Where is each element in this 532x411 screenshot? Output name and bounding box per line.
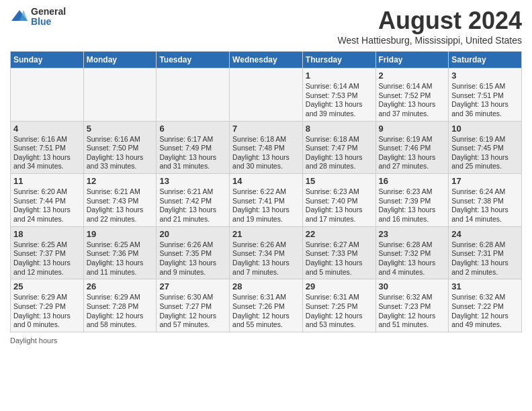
title-area: August 2024 West Hattiesburg, Mississipp… xyxy=(338,7,522,46)
day-number: 22 xyxy=(306,229,373,239)
day-info: Sunrise: 6:17 AM Sunset: 7:49 PM Dayligh… xyxy=(159,135,226,172)
calendar-cell: 13Sunrise: 6:21 AM Sunset: 7:42 PM Dayli… xyxy=(157,174,230,227)
logo-blue-text: Blue xyxy=(31,17,66,27)
calendar-cell: 8Sunrise: 6:18 AM Sunset: 7:47 PM Daylig… xyxy=(302,121,375,174)
day-info: Sunrise: 6:26 AM Sunset: 7:34 PM Dayligh… xyxy=(232,240,300,277)
day-header-sunday: Sunday xyxy=(11,52,84,68)
calendar-cell: 16Sunrise: 6:23 AM Sunset: 7:39 PM Dayli… xyxy=(375,174,449,227)
day-info: Sunrise: 6:22 AM Sunset: 7:41 PM Dayligh… xyxy=(232,187,300,224)
day-number: 27 xyxy=(159,281,226,291)
day-number: 7 xyxy=(232,124,300,134)
day-info: Sunrise: 6:26 AM Sunset: 7:35 PM Dayligh… xyxy=(159,240,226,277)
calendar-cell: 22Sunrise: 6:27 AM Sunset: 7:33 PM Dayli… xyxy=(302,226,375,279)
calendar-cell: 23Sunrise: 6:28 AM Sunset: 7:32 PM Dayli… xyxy=(375,226,449,279)
calendar-cell: 4Sunrise: 6:16 AM Sunset: 7:51 PM Daylig… xyxy=(11,121,84,174)
calendar-cell: 6Sunrise: 6:17 AM Sunset: 7:49 PM Daylig… xyxy=(157,121,230,174)
day-info: Sunrise: 6:15 AM Sunset: 7:51 PM Dayligh… xyxy=(451,82,519,119)
calendar-cell: 5Sunrise: 6:16 AM Sunset: 7:50 PM Daylig… xyxy=(83,121,157,174)
day-number: 6 xyxy=(159,124,226,134)
calendar-week-row: 25Sunrise: 6:29 AM Sunset: 7:29 PM Dayli… xyxy=(11,279,522,332)
day-number: 29 xyxy=(306,281,373,291)
day-number: 17 xyxy=(451,176,519,186)
day-number: 13 xyxy=(159,176,226,186)
day-number: 18 xyxy=(13,229,81,239)
calendar-cell: 27Sunrise: 6:30 AM Sunset: 7:27 PM Dayli… xyxy=(157,279,230,332)
day-info: Sunrise: 6:28 AM Sunset: 7:31 PM Dayligh… xyxy=(451,240,519,277)
calendar-cell: 28Sunrise: 6:31 AM Sunset: 7:26 PM Dayli… xyxy=(230,279,303,332)
calendar-cell: 26Sunrise: 6:29 AM Sunset: 7:28 PM Dayli… xyxy=(83,279,157,332)
day-number: 1 xyxy=(306,71,373,81)
day-info: Sunrise: 6:14 AM Sunset: 7:53 PM Dayligh… xyxy=(306,82,373,119)
day-info: Sunrise: 6:30 AM Sunset: 7:27 PM Dayligh… xyxy=(159,293,226,330)
day-number: 5 xyxy=(87,124,154,134)
day-info: Sunrise: 6:27 AM Sunset: 7:33 PM Dayligh… xyxy=(306,240,373,277)
calendar-cell xyxy=(11,68,84,122)
location-text: West Hattiesburg, Mississippi, United St… xyxy=(338,35,522,46)
day-info: Sunrise: 6:29 AM Sunset: 7:28 PM Dayligh… xyxy=(87,293,154,330)
calendar-cell: 25Sunrise: 6:29 AM Sunset: 7:29 PM Dayli… xyxy=(11,279,84,332)
calendar-cell: 31Sunrise: 6:32 AM Sunset: 7:22 PM Dayli… xyxy=(449,279,522,332)
day-header-thursday: Thursday xyxy=(302,52,375,68)
day-number: 9 xyxy=(379,124,446,134)
calendar-cell xyxy=(157,68,230,122)
day-number: 12 xyxy=(87,176,154,186)
calendar-cell: 7Sunrise: 6:18 AM Sunset: 7:48 PM Daylig… xyxy=(230,121,303,174)
day-info: Sunrise: 6:23 AM Sunset: 7:39 PM Dayligh… xyxy=(379,187,446,224)
calendar-cell: 20Sunrise: 6:26 AM Sunset: 7:35 PM Dayli… xyxy=(157,226,230,279)
day-info: Sunrise: 6:25 AM Sunset: 7:37 PM Dayligh… xyxy=(13,240,81,277)
day-info: Sunrise: 6:21 AM Sunset: 7:42 PM Dayligh… xyxy=(159,187,226,224)
footer: Daylight hours xyxy=(10,336,522,345)
day-number: 3 xyxy=(451,71,519,81)
calendar-cell: 1Sunrise: 6:14 AM Sunset: 7:53 PM Daylig… xyxy=(302,68,375,122)
logo: General Blue xyxy=(10,7,66,28)
calendar-cell: 3Sunrise: 6:15 AM Sunset: 7:51 PM Daylig… xyxy=(449,68,522,122)
day-info: Sunrise: 6:32 AM Sunset: 7:23 PM Dayligh… xyxy=(379,293,446,330)
calendar-cell: 14Sunrise: 6:22 AM Sunset: 7:41 PM Dayli… xyxy=(230,174,303,227)
day-number: 28 xyxy=(232,281,300,291)
logo-icon xyxy=(10,7,29,26)
day-number: 8 xyxy=(306,124,373,134)
page-header: General Blue August 2024 West Hattiesbur… xyxy=(10,7,522,46)
day-number: 26 xyxy=(87,281,154,291)
day-info: Sunrise: 6:23 AM Sunset: 7:40 PM Dayligh… xyxy=(306,187,373,224)
day-info: Sunrise: 6:31 AM Sunset: 7:25 PM Dayligh… xyxy=(306,293,373,330)
day-info: Sunrise: 6:19 AM Sunset: 7:46 PM Dayligh… xyxy=(379,135,446,172)
day-number: 25 xyxy=(13,281,81,291)
day-number: 14 xyxy=(232,176,300,186)
day-header-wednesday: Wednesday xyxy=(230,52,303,68)
day-number: 30 xyxy=(379,281,446,291)
calendar-cell: 15Sunrise: 6:23 AM Sunset: 7:40 PM Dayli… xyxy=(302,174,375,227)
month-title: August 2024 xyxy=(338,7,522,35)
calendar-cell: 12Sunrise: 6:21 AM Sunset: 7:43 PM Dayli… xyxy=(83,174,157,227)
day-number: 23 xyxy=(379,229,446,239)
day-number: 11 xyxy=(13,176,81,186)
day-info: Sunrise: 6:20 AM Sunset: 7:44 PM Dayligh… xyxy=(13,187,81,224)
day-info: Sunrise: 6:32 AM Sunset: 7:22 PM Dayligh… xyxy=(451,293,519,330)
day-info: Sunrise: 6:14 AM Sunset: 7:52 PM Dayligh… xyxy=(379,82,446,119)
day-info: Sunrise: 6:24 AM Sunset: 7:38 PM Dayligh… xyxy=(451,187,519,224)
calendar-cell xyxy=(83,68,157,122)
calendar-week-row: 18Sunrise: 6:25 AM Sunset: 7:37 PM Dayli… xyxy=(11,226,522,279)
logo-text: General Blue xyxy=(31,7,66,28)
calendar-week-row: 4Sunrise: 6:16 AM Sunset: 7:51 PM Daylig… xyxy=(11,121,522,174)
calendar-week-row: 1Sunrise: 6:14 AM Sunset: 7:53 PM Daylig… xyxy=(11,68,522,122)
day-number: 21 xyxy=(232,229,300,239)
day-info: Sunrise: 6:16 AM Sunset: 7:50 PM Dayligh… xyxy=(87,135,154,172)
day-header-saturday: Saturday xyxy=(449,52,522,68)
calendar-cell: 24Sunrise: 6:28 AM Sunset: 7:31 PM Dayli… xyxy=(449,226,522,279)
calendar-cell: 2Sunrise: 6:14 AM Sunset: 7:52 PM Daylig… xyxy=(375,68,449,122)
calendar-cell: 19Sunrise: 6:25 AM Sunset: 7:36 PM Dayli… xyxy=(83,226,157,279)
day-header-friday: Friday xyxy=(375,52,449,68)
day-number: 24 xyxy=(451,229,519,239)
calendar-cell: 18Sunrise: 6:25 AM Sunset: 7:37 PM Dayli… xyxy=(11,226,84,279)
day-info: Sunrise: 6:21 AM Sunset: 7:43 PM Dayligh… xyxy=(87,187,154,224)
calendar-cell: 10Sunrise: 6:19 AM Sunset: 7:45 PM Dayli… xyxy=(449,121,522,174)
calendar-header-row: SundayMondayTuesdayWednesdayThursdayFrid… xyxy=(11,52,522,68)
calendar-table: SundayMondayTuesdayWednesdayThursdayFrid… xyxy=(10,51,522,332)
day-number: 31 xyxy=(451,281,519,291)
day-number: 2 xyxy=(379,71,446,81)
day-info: Sunrise: 6:31 AM Sunset: 7:26 PM Dayligh… xyxy=(232,293,300,330)
calendar-cell: 30Sunrise: 6:32 AM Sunset: 7:23 PM Dayli… xyxy=(375,279,449,332)
day-info: Sunrise: 6:25 AM Sunset: 7:36 PM Dayligh… xyxy=(87,240,154,277)
calendar-cell: 9Sunrise: 6:19 AM Sunset: 7:46 PM Daylig… xyxy=(375,121,449,174)
